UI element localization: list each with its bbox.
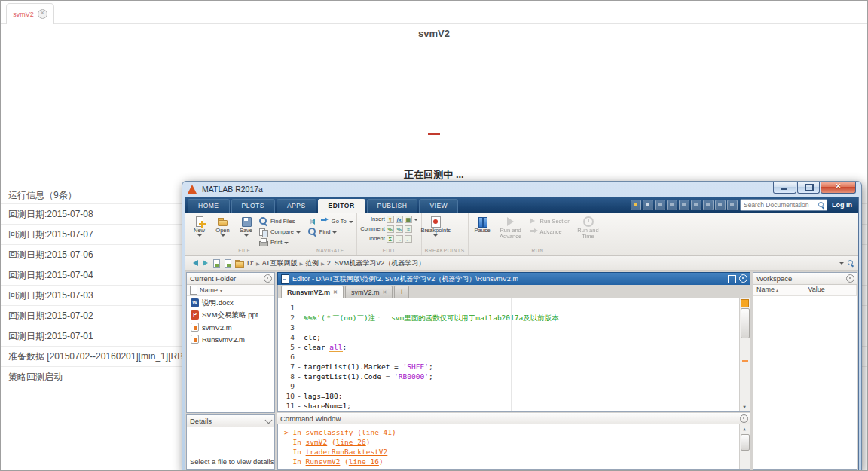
t-wrap-icon[interactable] — [405, 225, 412, 233]
workspace-name-column[interactable]: Name — [753, 285, 805, 295]
t-pct2-icon[interactable] — [396, 225, 403, 233]
name-column-header[interactable]: Name — [187, 285, 274, 296]
search-icon[interactable] — [818, 201, 825, 209]
breadcrumb-item[interactable]: AT互联网版 — [261, 258, 299, 268]
t-sec-icon[interactable] — [387, 216, 394, 223]
workspace-value-column[interactable]: Value — [805, 285, 857, 295]
cut-icon[interactable] — [655, 200, 665, 210]
ribbon-tab-home[interactable]: HOME — [188, 199, 230, 213]
stack-trace-link[interactable]: line 41 — [362, 428, 392, 436]
file-row[interactable]: SVM交易策略.ppt — [187, 309, 274, 321]
backfwd-icon[interactable] — [307, 216, 317, 226]
search-input[interactable] — [742, 200, 818, 210]
t-ind-icon[interactable] — [387, 235, 394, 243]
workspace-menu-icon[interactable] — [846, 274, 854, 283]
ribbon-tab-plots[interactable]: PLOTS — [231, 199, 275, 213]
file-row[interactable]: RunsvmV2.m — [187, 333, 274, 345]
code-warning-indicator[interactable] — [741, 299, 749, 307]
undo-icon[interactable] — [691, 200, 701, 210]
editor-tab-svmv2-m[interactable]: svmV2.m — [345, 286, 393, 298]
stack-trace-link[interactable]: traderRunBacktestV2 — [306, 448, 388, 456]
browse-for-folder-icon[interactable] — [212, 258, 221, 268]
address-search-icon[interactable] — [847, 259, 854, 267]
scroll-down-icon[interactable] — [740, 402, 749, 411]
tab-close-icon[interactable] — [38, 9, 47, 19]
breadcrumb-item[interactable]: 2. SVM机器学习V2（机器学习） — [326, 258, 427, 268]
search-documentation-box[interactable] — [740, 199, 827, 211]
stack-trace-link[interactable]: svmclassify — [306, 428, 353, 436]
cw-scrollbar-thumb[interactable] — [741, 434, 750, 451]
paste-icon[interactable] — [679, 200, 689, 210]
compare-button[interactable]: Compare — [258, 227, 301, 237]
open-button[interactable]: Open — [212, 214, 234, 237]
t-indr-icon[interactable] — [396, 235, 403, 243]
save-button[interactable]: Save — [235, 214, 257, 237]
stack-trace-link[interactable]: line 16 — [349, 457, 379, 466]
line-marker: - — [295, 372, 304, 381]
find-button[interactable]: Find — [307, 227, 353, 237]
help-icon[interactable] — [727, 200, 738, 210]
details-header[interactable]: Details — [187, 415, 274, 427]
breadcrumb-item[interactable]: D: — [246, 259, 255, 267]
forward-icon[interactable] — [200, 258, 209, 268]
new-button[interactable]: New — [188, 214, 210, 237]
new-shortcut-icon[interactable] — [631, 200, 641, 210]
stack-trace-link[interactable]: RunsvmV2 — [306, 457, 341, 466]
find-files-button[interactable]: Find Files — [258, 216, 301, 226]
save-workspace-icon[interactable] — [643, 200, 653, 210]
minimize-button[interactable] — [773, 182, 796, 194]
new-tab-button[interactable]: + — [394, 286, 409, 298]
run-and-advance-button[interactable]: Run and Advance — [495, 214, 527, 240]
login-link[interactable]: Log In — [830, 201, 854, 209]
ribbon-tab-editor[interactable]: EDITOR — [318, 199, 365, 213]
matlab-title-bar[interactable]: MATLAB R2017a — [182, 182, 861, 197]
address-dropdown-icon[interactable] — [839, 262, 844, 265]
ribbon-tab-view[interactable]: VIEW — [419, 199, 458, 213]
maximize-button[interactable] — [797, 182, 820, 194]
file-row[interactable]: 说明.docx — [187, 297, 274, 309]
editor-tab-label: RunsvmV2.m — [287, 289, 330, 296]
copy-icon[interactable] — [667, 200, 677, 210]
editor-tab-runsvmv2-m[interactable]: RunsvmV2.m — [281, 286, 344, 298]
t-fx-icon[interactable] — [396, 216, 403, 223]
scrollbar-thumb[interactable] — [741, 308, 750, 338]
command-window-menu-icon[interactable] — [740, 414, 748, 423]
breadcrumb-item[interactable]: 范例 — [304, 258, 320, 268]
editor-menu-icon[interactable] — [739, 274, 747, 283]
command-window[interactable]: > In svmclassify (line 41) In svmV2 (lin… — [277, 424, 750, 470]
cw-scroll-up-icon[interactable] — [740, 424, 749, 433]
up-one-level-icon[interactable] — [223, 258, 232, 268]
t-pct-icon[interactable] — [387, 225, 394, 233]
tab-close-icon[interactable] — [333, 289, 338, 295]
advance-button[interactable]: Advance — [528, 227, 571, 237]
ribbon-tab-apps[interactable]: APPS — [277, 199, 316, 213]
find-icon — [307, 227, 317, 237]
panel-menu-icon[interactable] — [264, 274, 272, 283]
editor-dock-icon[interactable] — [728, 275, 736, 283]
back-icon[interactable] — [189, 258, 198, 268]
switch-windows-icon[interactable] — [715, 200, 726, 210]
t-img-icon[interactable] — [405, 216, 412, 223]
editor-title-bar[interactable]: Editor - D:\AT互联网版\范例\2. SVM机器学习V2（机器学习）… — [277, 272, 750, 285]
t-indl-icon[interactable] — [405, 235, 412, 243]
address-bar: D:▶AT互联网版▶范例▶2. SVM机器学习V2（机器学习） — [185, 256, 858, 271]
stack-trace-link[interactable]: svmV2 — [306, 438, 328, 446]
redo-icon[interactable] — [703, 200, 714, 210]
pause-button[interactable]: Pause — [472, 214, 494, 234]
tab-close-icon[interactable] — [382, 289, 387, 295]
stack-trace-link[interactable]: line 26 — [336, 438, 366, 446]
run-section-button[interactable]: Run Section — [528, 216, 571, 226]
close-button[interactable] — [821, 182, 856, 194]
editor-scrollbar[interactable] — [739, 298, 750, 411]
file-row[interactable]: svmV2.m — [187, 321, 274, 333]
command-window-scrollbar[interactable] — [739, 424, 750, 469]
run-and-time-button[interactable]: Run and Time — [572, 214, 604, 240]
breakpoints-button[interactable]: Breakpoints — [425, 214, 447, 237]
print-button[interactable]: Print — [258, 237, 301, 247]
ribbon-tab-publish[interactable]: PUBLISH — [367, 199, 418, 213]
go-to-button[interactable]: Go To — [307, 216, 353, 226]
command-window-header[interactable]: Command Window — [277, 413, 750, 424]
browser-tab-svmv2[interactable]: svmV2 — [6, 3, 54, 24]
code-warning-tick[interactable] — [742, 360, 748, 362]
code-editor[interactable]: 12%%%'(＊￣(oo)￣)注： svm里面的函数仅可以用于matlab201… — [277, 298, 750, 412]
